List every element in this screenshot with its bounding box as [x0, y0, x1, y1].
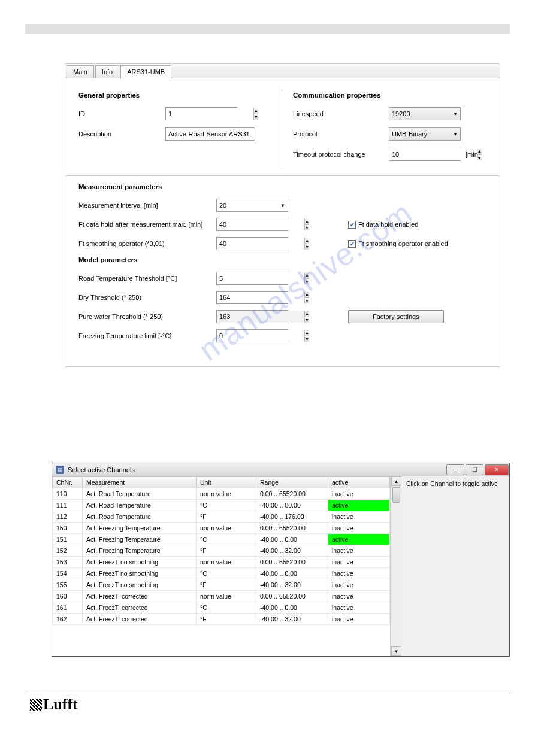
spin-up-icon[interactable]: ▲	[305, 330, 309, 336]
table-row[interactable]: 153Act. FreezT no smoothingnorm value0.0…	[53, 557, 390, 568]
cell-meas: Act. FreezT no smoothing	[83, 568, 197, 579]
data-hold-checkbox[interactable]: ✔	[348, 221, 356, 229]
col-range[interactable]: Range	[256, 477, 328, 488]
timeout-input-field[interactable]	[389, 148, 477, 160]
cell-ch: 110	[53, 488, 83, 500]
cell-active[interactable]: inactive	[328, 523, 390, 534]
spin-down-icon[interactable]: ▼	[305, 336, 309, 342]
road-temperature-threshold-field[interactable]	[217, 272, 304, 284]
cell-unit: norm value	[197, 488, 256, 500]
tab-main[interactable]: Main	[67, 65, 94, 78]
cell-active[interactable]: inactive	[328, 591, 390, 602]
scroll-track[interactable]	[391, 486, 401, 646]
table-row[interactable]: 162Act. FreezT. corrected°F-40.00 .. 32.…	[53, 614, 390, 625]
chevron-down-icon: ▼	[280, 203, 285, 208]
cell-unit: °C	[197, 568, 256, 579]
cell-unit: norm value	[197, 591, 256, 602]
vertical-scrollbar[interactable]: ▲ ▼	[391, 476, 401, 656]
spin-down-icon[interactable]: ▼	[305, 244, 309, 250]
protocol-dropdown[interactable]: UMB-Binary ▼	[389, 127, 461, 141]
smoothing-operator-checkbox[interactable]: ✔	[348, 240, 356, 248]
smoothing-operator-input-field[interactable]	[217, 238, 304, 250]
table-row[interactable]: 152Act. Freezing Temperature°F-40.00 .. …	[53, 545, 390, 557]
table-row[interactable]: 155Act. FreezT no smoothing°F-40.00 .. 3…	[53, 579, 390, 591]
table-row[interactable]: 111Act. Road Temperature°C-40.00 .. 80.0…	[53, 500, 390, 511]
scroll-down-icon[interactable]: ▼	[391, 646, 401, 656]
cell-ch: 152	[53, 545, 83, 557]
id-input[interactable]: ▲▼	[165, 107, 237, 120]
id-input-field[interactable]	[166, 108, 253, 120]
spin-down-icon[interactable]: ▼	[254, 114, 258, 120]
col-unit[interactable]: Unit	[197, 477, 256, 488]
table-row[interactable]: 160Act. FreezT. correctednorm value0.00 …	[53, 591, 390, 602]
scroll-up-icon[interactable]: ▲	[391, 476, 401, 486]
spin-down-icon[interactable]: ▼	[305, 317, 309, 323]
linespeed-dropdown[interactable]: 19200 ▼	[389, 107, 461, 120]
scroll-thumb[interactable]	[392, 487, 400, 503]
cell-active[interactable]: inactive	[328, 602, 390, 614]
cell-active[interactable]: inactive	[328, 557, 390, 568]
cell-active[interactable]: inactive	[328, 614, 390, 625]
window-titlebar[interactable]: ▤ Select active Channels — ☐ ✕	[52, 463, 509, 476]
pure-water-threshold-field[interactable]	[217, 311, 304, 323]
timeout-input[interactable]: ▲▼	[389, 148, 461, 161]
model-parameters-title: Model parameters	[78, 256, 486, 263]
select-active-channels-window: ▤ Select active Channels — ☐ ✕ ChNr. Mea…	[52, 463, 510, 657]
logo-text: Lufft	[43, 696, 78, 713]
table-row[interactable]: 154Act. FreezT no smoothing°C-40.00 .. 0…	[53, 568, 390, 579]
factory-settings-button[interactable]: Factory settings	[348, 310, 444, 323]
col-chnr[interactable]: ChNr.	[53, 477, 83, 488]
measurement-interval-dropdown[interactable]: 20 ▼	[216, 199, 288, 212]
road-temperature-threshold-input[interactable]: ▲▼	[216, 272, 288, 285]
table-row[interactable]: 112Act. Road Temperature°F-40.00 .. 176.…	[53, 511, 390, 523]
cell-active[interactable]: inactive	[328, 579, 390, 591]
general-properties-title: General properties	[78, 92, 272, 99]
cell-active[interactable]: inactive	[328, 568, 390, 579]
cell-active[interactable]: inactive	[328, 488, 390, 500]
linespeed-label: Linespeed	[293, 110, 389, 117]
spin-up-icon[interactable]: ▲	[305, 272, 309, 279]
spin-up-icon[interactable]: ▲	[305, 292, 309, 298]
data-hold-input-field[interactable]	[217, 218, 304, 230]
spin-down-icon[interactable]: ▼	[305, 298, 309, 304]
pure-water-threshold-input[interactable]: ▲▼	[216, 310, 288, 323]
minimize-button[interactable]: —	[446, 464, 464, 475]
smoothing-operator-input[interactable]: ▲▼	[216, 237, 288, 250]
cell-ch: 153	[53, 557, 83, 568]
data-hold-input[interactable]: ▲▼	[216, 218, 288, 231]
cell-active[interactable]: inactive	[328, 545, 390, 557]
col-active[interactable]: active	[328, 477, 390, 488]
dry-threshold-field[interactable]	[217, 292, 304, 303]
spin-up-icon[interactable]: ▲	[305, 238, 309, 244]
table-row[interactable]: 150Act. Freezing Temperaturenorm value0.…	[53, 523, 390, 534]
cell-active[interactable]: active	[328, 500, 390, 511]
table-row[interactable]: 110Act. Road Temperaturenorm value0.00 .…	[53, 488, 390, 500]
maximize-button[interactable]: ☐	[466, 464, 483, 475]
cell-meas: Act. FreezT no smoothing	[83, 557, 197, 568]
smoothing-operator-checkbox-label: Ft smoothing operator enabled	[358, 240, 448, 247]
col-measurement[interactable]: Measurement	[83, 477, 197, 488]
spin-up-icon[interactable]: ▲	[305, 311, 309, 317]
freezing-temperature-limit-field[interactable]	[217, 330, 304, 342]
description-input[interactable]	[165, 127, 255, 141]
spin-down-icon[interactable]: ▼	[305, 279, 309, 285]
cell-unit: norm value	[197, 523, 256, 534]
tab-info[interactable]: Info	[95, 65, 119, 78]
channels-table: ChNr. Measurement Unit Range active 110A…	[52, 476, 390, 625]
spin-up-icon[interactable]: ▲	[254, 108, 258, 114]
cell-ch: 111	[53, 500, 83, 511]
road-temperature-threshold-label: Road Temperature Threshold [°C]	[78, 275, 216, 282]
spin-up-icon[interactable]: ▲	[305, 218, 309, 225]
dry-threshold-input[interactable]: ▲▼	[216, 291, 288, 304]
tab-ars31-umb[interactable]: ARS31-UMB	[120, 65, 171, 78]
cell-active[interactable]: inactive	[328, 511, 390, 523]
table-row[interactable]: 151Act. Freezing Temperature°C-40.00 .. …	[53, 534, 390, 545]
measurement-parameters-title: Measurement parameters	[78, 183, 486, 190]
freezing-temperature-limit-input[interactable]: ▲▼	[216, 329, 288, 342]
table-row[interactable]: 161Act. FreezT. corrected°C-40.00 .. 0.0…	[53, 602, 390, 614]
cell-range: 0.00 .. 65520.00	[256, 523, 328, 534]
cell-active[interactable]: active	[328, 534, 390, 545]
spin-down-icon[interactable]: ▼	[305, 225, 309, 231]
close-button[interactable]: ✕	[485, 464, 509, 475]
cell-ch: 161	[53, 602, 83, 614]
